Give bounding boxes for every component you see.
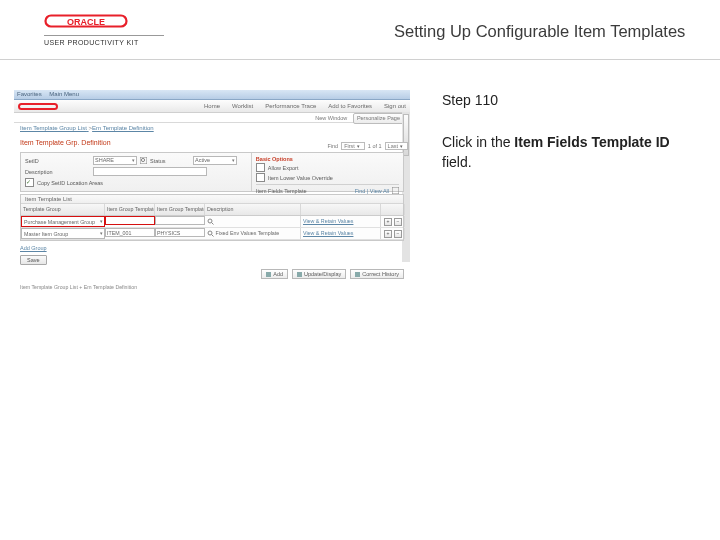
instr-post: field.: [442, 154, 472, 170]
mini-fav-item[interactable]: Favorites: [14, 90, 45, 98]
main-layout: Favorites Main Menu Home Worklist Perfor…: [0, 60, 720, 320]
lookup-icon[interactable]: [140, 157, 147, 164]
step-instruction: Click in the Item Fields Template ID fie…: [442, 132, 682, 173]
row-add-button[interactable]: +: [384, 230, 392, 238]
row-description-cell: [205, 216, 301, 227]
app-screenshot: Favorites Main Menu Home Worklist Perfor…: [14, 90, 410, 320]
mini-breadcrumb: Item Template Group List Em Template Def…: [14, 123, 410, 137]
basic-options-header: Basic Options: [256, 156, 293, 162]
row-description-text: Fixed Env Values Template: [215, 230, 279, 236]
page-title: Setting Up Configurable Item Templates: [394, 0, 720, 59]
mini-nav-fav[interactable]: Add to Favorites: [328, 103, 372, 109]
find-viewall-link[interactable]: Find | View All: [355, 188, 389, 194]
svg-point-8: [208, 231, 212, 235]
footer-update-button[interactable]: Update/Display: [292, 269, 346, 279]
row-remove-button[interactable]: −: [394, 218, 402, 226]
mini-find-controls: Find First 1 of 1 Last: [327, 142, 408, 150]
mini-favorites-bar: Favorites Main Menu: [14, 90, 410, 100]
oracle-logo-block: ORACLE USER PRODUCTIVITY KIT: [0, 0, 394, 56]
refresh-icon: [297, 272, 302, 277]
mini-footer-actions: Add Update/Display Correct History: [14, 267, 410, 283]
mini-personalize-button[interactable]: Personalize Page: [353, 113, 404, 124]
view-values-link[interactable]: View & Retain Values: [303, 230, 353, 236]
history-icon: [355, 272, 360, 277]
setid-label: SetID: [25, 158, 90, 164]
breadcrumb-item[interactable]: Em Template Definition: [89, 125, 154, 131]
view-values-link[interactable]: View & Retain Values: [303, 218, 353, 224]
th-blank: [301, 204, 381, 215]
instr-pre: Click in the: [442, 134, 514, 150]
template-id-b-input[interactable]: PHYSICS: [155, 228, 205, 237]
instr-bold: Item Fields Template ID: [514, 134, 669, 150]
oracle-logo-icon: ORACLE: [44, 14, 128, 28]
th-ops: [381, 204, 405, 215]
allow-export-label: Allow Export: [268, 165, 299, 171]
lookup-icon[interactable]: [207, 218, 214, 225]
row-description-cell: Fixed Env Values Template: [205, 228, 301, 239]
page-header: ORACLE USER PRODUCTIVITY KIT Setting Up …: [0, 0, 720, 60]
footer-add-button[interactable]: Add: [261, 269, 288, 279]
mini-nav-trace[interactable]: Performance Trace: [265, 103, 316, 109]
th-template-group: Template Group: [21, 204, 105, 215]
mini-nav-home[interactable]: Home: [204, 103, 220, 109]
mini-first-button[interactable]: First: [341, 142, 365, 150]
mini-subbar: New Window Personalize Page: [14, 113, 410, 123]
template-id-a-input[interactable]: ITEM_001: [105, 228, 155, 237]
lower-value-label: Item Lower Value Override: [268, 175, 333, 181]
logo-divider: [44, 35, 164, 36]
item-fields-template-id-field[interactable]: [105, 216, 155, 225]
save-button[interactable]: Save: [20, 255, 47, 265]
upk-label: USER PRODUCTIVITY KIT: [44, 39, 374, 46]
copy-checkbox[interactable]: [25, 178, 34, 187]
mini-template-list: Item Template List Template Group Item G…: [20, 194, 404, 241]
mini-nav-signout[interactable]: Sign out: [384, 103, 406, 109]
svg-line-7: [212, 223, 214, 225]
copy-label: Copy SetID Location Areas: [37, 180, 103, 186]
table-row: Master Item Group ITEM_001 PHYSICS Fixed…: [21, 228, 403, 240]
plus-icon: [266, 272, 271, 277]
mini-new-window-link[interactable]: New Window: [315, 115, 347, 121]
row-remove-button[interactable]: −: [394, 230, 402, 238]
mini-caption: Item Template Group List + Em Template D…: [14, 283, 410, 291]
mini-definition-block: SetID SHARE Status Active Description: [20, 152, 404, 192]
lower-value-checkbox[interactable]: [256, 173, 265, 182]
svg-point-4: [141, 158, 144, 161]
add-group-link[interactable]: Add Group: [14, 243, 410, 253]
template-id-b-input[interactable]: [155, 216, 205, 225]
footer-history-button[interactable]: Correct History: [350, 269, 404, 279]
mini-def-left: SetID SHARE Status Active Description: [21, 153, 251, 191]
template-group-select[interactable]: Purchase Management Group: [21, 216, 105, 227]
mini-find-link[interactable]: Find: [327, 143, 338, 149]
svg-point-6: [208, 219, 212, 223]
description-label: Description: [25, 169, 90, 175]
status-label: Status: [150, 158, 190, 164]
template-list-title: Item Template List: [21, 195, 403, 204]
breadcrumb-item[interactable]: Item Template Group List: [20, 125, 87, 131]
svg-text:ORACLE: ORACLE: [67, 17, 105, 27]
th-description: Description: [205, 204, 301, 215]
step-label: Step 110: [442, 92, 696, 108]
svg-rect-2: [19, 104, 57, 109]
th-template-id-b: Item Group Template ID: [155, 204, 205, 215]
svg-line-9: [212, 235, 214, 237]
th-template-id-a: Item Group Template ID: [105, 204, 155, 215]
mini-navbar: Home Worklist Performance Trace Add to F…: [14, 100, 410, 113]
screenshot-pane: Favorites Main Menu Home Worklist Perfor…: [0, 60, 418, 320]
row-add-button[interactable]: +: [384, 218, 392, 226]
status-select[interactable]: Active: [193, 156, 237, 165]
mini-nav-worklist[interactable]: Worklist: [232, 103, 253, 109]
description-input[interactable]: [93, 167, 207, 176]
mini-last-button[interactable]: Last: [385, 142, 408, 150]
grid-icon[interactable]: [392, 187, 399, 194]
setid-select[interactable]: SHARE: [93, 156, 137, 165]
svg-rect-5: [392, 187, 399, 194]
mini-fav-item[interactable]: Main Menu: [46, 90, 82, 98]
lookup-icon[interactable]: [207, 230, 214, 237]
instruction-pane: Step 110 Click in the Item Fields Templa…: [418, 60, 720, 173]
item-fields-template-label: Item Fields Template: [256, 188, 307, 194]
template-group-select[interactable]: Master Item Group: [21, 228, 105, 239]
mini-oracle-logo-icon: [18, 103, 58, 110]
allow-export-checkbox[interactable]: [256, 163, 265, 172]
table-header: Template Group Item Group Template ID It…: [21, 204, 403, 216]
mini-range-label: 1 of 1: [368, 143, 382, 149]
